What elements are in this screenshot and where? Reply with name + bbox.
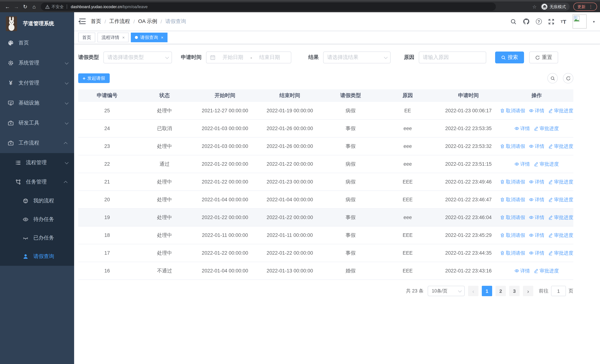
detail-link[interactable]: 详情 <box>529 143 544 149</box>
cancel-leave-link[interactable]: 取消请假 <box>500 232 525 239</box>
browser-forward-icon[interactable]: → <box>12 4 21 10</box>
create-leave-button[interactable]: + 发起请假 <box>78 73 110 83</box>
next-page-button[interactable]: › <box>523 286 533 296</box>
page-size-select[interactable]: 10条/页 <box>428 286 465 296</box>
sidebar-item-process-mgmt[interactable]: 流程管理 <box>0 153 74 172</box>
approval-progress-link[interactable]: 审批进度 <box>548 107 573 114</box>
address-bar[interactable]: 不安全 dashboard.yudao.iocoder.cn /bpm/oa/l… <box>41 3 496 11</box>
approval-progress-link[interactable]: 审批进度 <box>548 143 573 149</box>
sidebar-item-devtools[interactable]: 研发工具 <box>0 113 74 133</box>
page-button-3[interactable]: 3 <box>509 286 520 296</box>
chevron-down-icon <box>384 55 388 59</box>
detail-link[interactable]: 详情 <box>529 196 544 203</box>
sidebar-item-workflow[interactable]: 工作流程 <box>0 133 74 153</box>
approval-progress-link[interactable]: 审批进度 <box>548 178 573 185</box>
tab-process-detail[interactable]: 流程详情 × <box>97 33 129 42</box>
tab-leave-query[interactable]: 请假查询 × <box>131 33 168 42</box>
breadcrumb-item[interactable]: 工作流程 <box>109 18 130 25</box>
chevron-down-icon <box>65 121 69 124</box>
detail-link[interactable]: 详情 <box>529 232 544 239</box>
cell-end-time: 2022-01-22 00:00:00 <box>257 155 323 173</box>
avatar-dropdown-caret-icon[interactable]: ▾ <box>593 19 595 24</box>
cancel-leave-link[interactable]: 取消请假 <box>500 250 525 256</box>
sidebar-item-system[interactable]: 系统管理 <box>0 53 74 73</box>
sidebar-collapse-icon[interactable] <box>78 19 86 24</box>
page-unit-label: 页 <box>569 288 573 294</box>
sidebar-item-infra[interactable]: 基础设施 <box>0 93 74 113</box>
col-header-end: 结束时间 <box>257 89 323 102</box>
search-button-label: 搜索 <box>508 54 518 61</box>
sidebar-item-home[interactable]: 首页 <box>0 33 74 53</box>
github-icon[interactable] <box>523 18 529 25</box>
cancel-leave-link[interactable]: 取消请假 <box>500 143 525 149</box>
tab-home[interactable]: 首页 <box>78 33 95 42</box>
detail-link[interactable]: 详情 <box>514 267 530 274</box>
chevron-down-icon <box>458 289 462 292</box>
breadcrumb-item[interactable]: 首页 <box>91 18 101 25</box>
approval-progress-link[interactable]: 审批进度 <box>548 250 573 256</box>
browser-menu-icon[interactable]: ⋮ <box>589 4 593 9</box>
approval-progress-link[interactable]: 审批进度 <box>534 161 559 167</box>
help-icon[interactable]: ? <box>536 19 542 24</box>
cancel-leave-link[interactable]: 取消请假 <box>500 196 525 203</box>
table-body: 25 处理中 2021-12-27 00:00:00 2022-01-19 00… <box>78 102 573 280</box>
cancel-leave-link[interactable]: 取消请假 <box>500 214 525 221</box>
sidebar-item-payment[interactable]: ¥ 支付管理 <box>0 73 74 93</box>
range-separator: - <box>250 55 252 60</box>
browser-reload-icon[interactable]: ↻ <box>21 4 30 10</box>
reset-button[interactable]: 重置 <box>529 52 558 63</box>
sidebar-item-done-tasks[interactable]: 已办任务 <box>0 229 74 247</box>
approval-progress-link[interactable]: 审批进度 <box>534 125 559 132</box>
result-label: 结果 <box>308 54 319 61</box>
approval-progress-link[interactable]: 审批进度 <box>548 232 573 239</box>
approval-progress-link[interactable]: 审批进度 <box>534 267 559 274</box>
browser-back-icon[interactable]: ← <box>3 4 12 10</box>
toggle-search-button[interactable] <box>547 73 558 84</box>
detail-link[interactable]: 详情 <box>514 161 530 167</box>
search-button[interactable]: 搜索 <box>495 52 524 63</box>
app-logo-row[interactable]: 芋道管理系统 <box>0 12 74 33</box>
browser-update-button[interactable]: 更新 ⋮ <box>573 3 597 11</box>
approval-progress-link[interactable]: 审批进度 <box>548 196 573 203</box>
apply-time-range-picker[interactable]: 开始日期 - 结束日期 <box>206 52 291 63</box>
leave-type-select[interactable]: 请选择请假类型 <box>103 52 172 63</box>
browser-home-icon[interactable]: ⌂ <box>30 4 38 10</box>
omnibox-divider <box>67 4 67 9</box>
fullscreen-icon[interactable] <box>548 18 554 25</box>
search-icon[interactable] <box>510 18 516 25</box>
cell-status: 处理中 <box>136 244 193 262</box>
update-label[interactable]: 更新 <box>577 4 586 9</box>
sidebar-item-task-mgmt[interactable]: 任务管理 <box>0 172 74 192</box>
bookmark-star-icon[interactable]: ☆ <box>532 4 537 9</box>
breadcrumb-item-current: 请假查询 <box>165 18 186 25</box>
tags-view-bar: 首页 流程详情 × 请假查询 × <box>74 31 600 44</box>
detail-link[interactable]: 详情 <box>514 125 530 132</box>
cell-status: 处理中 <box>136 209 193 226</box>
detail-link[interactable]: 详情 <box>529 178 544 185</box>
refresh-button[interactable] <box>563 73 573 84</box>
font-size-icon[interactable]: TT <box>561 18 566 25</box>
breadcrumb-item[interactable]: OA 示例 <box>138 18 157 25</box>
detail-link[interactable]: 详情 <box>529 214 544 221</box>
sidebar-item-label: 基础设施 <box>19 100 65 106</box>
sidebar-item-my-process[interactable]: 我的流程 <box>0 192 74 210</box>
avatar[interactable] <box>572 14 587 28</box>
pagination: 共 23 条 10条/页 ‹ 1 2 3 › 前往 1 页 <box>78 286 573 296</box>
col-header-start: 开始时间 <box>193 89 257 102</box>
page-button-2[interactable]: 2 <box>496 286 506 296</box>
sidebar-item-todo-tasks[interactable]: 待办任务 <box>0 210 74 229</box>
sidebar-item-leave-query[interactable]: 请假查询 <box>0 247 74 266</box>
security-label[interactable]: 不安全 <box>52 4 64 9</box>
detail-link[interactable]: 详情 <box>529 107 544 114</box>
goto-page-input[interactable]: 1 <box>551 286 566 296</box>
prev-page-button[interactable]: ‹ <box>468 286 478 296</box>
result-select[interactable]: 请选择流结果 <box>323 52 391 63</box>
reason-input[interactable]: 请输入原因 <box>419 52 486 63</box>
page-button-1[interactable]: 1 <box>482 286 492 296</box>
approval-progress-link[interactable]: 审批进度 <box>548 214 573 221</box>
detail-link[interactable]: 详情 <box>529 250 544 256</box>
cancel-leave-link[interactable]: 取消请假 <box>500 107 525 114</box>
close-icon[interactable]: × <box>122 35 125 40</box>
cancel-leave-link[interactable]: 取消请假 <box>500 178 525 185</box>
close-icon[interactable]: × <box>161 35 163 40</box>
